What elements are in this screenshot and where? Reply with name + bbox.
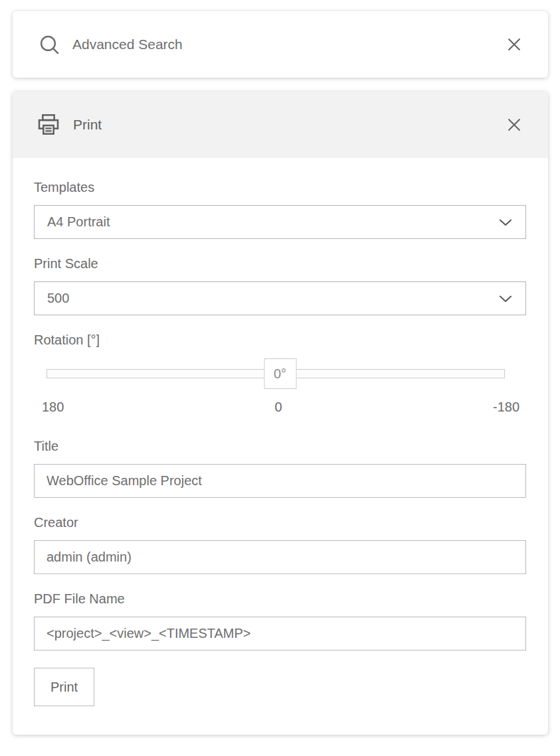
print-panel-title: Print xyxy=(73,117,504,133)
title-label: Title xyxy=(34,439,526,454)
rotation-slider-ticks: 180 0 -180 xyxy=(34,400,526,415)
templates-select[interactable]: A4 Portrait xyxy=(34,205,526,239)
rotation-tick-mid: 0 xyxy=(275,400,282,415)
close-icon xyxy=(504,35,524,54)
print-panel-close-button[interactable] xyxy=(504,115,524,135)
advanced-search-panel: Advanced Search xyxy=(13,11,548,78)
search-icon xyxy=(38,33,61,56)
rotation-slider-handle[interactable]: 0° xyxy=(264,358,296,389)
page: Advanced Search Print xyxy=(0,0,560,756)
pdf-file-name-input[interactable] xyxy=(34,617,526,650)
print-scale-label: Print Scale xyxy=(34,256,526,271)
title-input[interactable] xyxy=(34,464,526,498)
print-panel-body: Templates A4 Portrait Print Scale 500 xyxy=(13,158,548,706)
print-panel: Print Templates A4 Portrait xyxy=(13,92,548,735)
print-scale-select[interactable]: 500 xyxy=(34,281,526,315)
print-scale-field: Print Scale 500 xyxy=(34,256,526,315)
templates-field: Templates A4 Portrait xyxy=(34,180,526,239)
chevron-down-icon xyxy=(496,213,515,232)
advanced-search-close-button[interactable] xyxy=(504,35,524,54)
title-field: Title xyxy=(34,439,526,498)
rotation-slider: 0° xyxy=(34,353,526,394)
print-button[interactable]: Print xyxy=(34,668,94,706)
chevron-down-icon xyxy=(496,289,515,308)
templates-label: Templates xyxy=(34,180,526,195)
pdf-file-name-label: PDF File Name xyxy=(34,591,526,607)
templates-selected-value: A4 Portrait xyxy=(47,214,110,230)
advanced-search-title: Advanced Search xyxy=(72,37,504,52)
pdf-file-name-field: PDF File Name xyxy=(34,591,526,650)
creator-label: Creator xyxy=(34,515,526,530)
rotation-tick-max: -180 xyxy=(493,400,519,415)
print-panel-header: Print xyxy=(13,92,548,158)
creator-input[interactable] xyxy=(34,540,526,574)
close-icon xyxy=(504,115,524,135)
rotation-tick-min: 180 xyxy=(42,400,64,415)
creator-field: Creator xyxy=(34,515,526,574)
rotation-label: Rotation [°] xyxy=(34,333,526,348)
printer-icon xyxy=(35,112,62,138)
rotation-field: Rotation [°] 0° 180 0 -180 xyxy=(34,333,526,415)
print-scale-selected-value: 500 xyxy=(47,291,69,306)
